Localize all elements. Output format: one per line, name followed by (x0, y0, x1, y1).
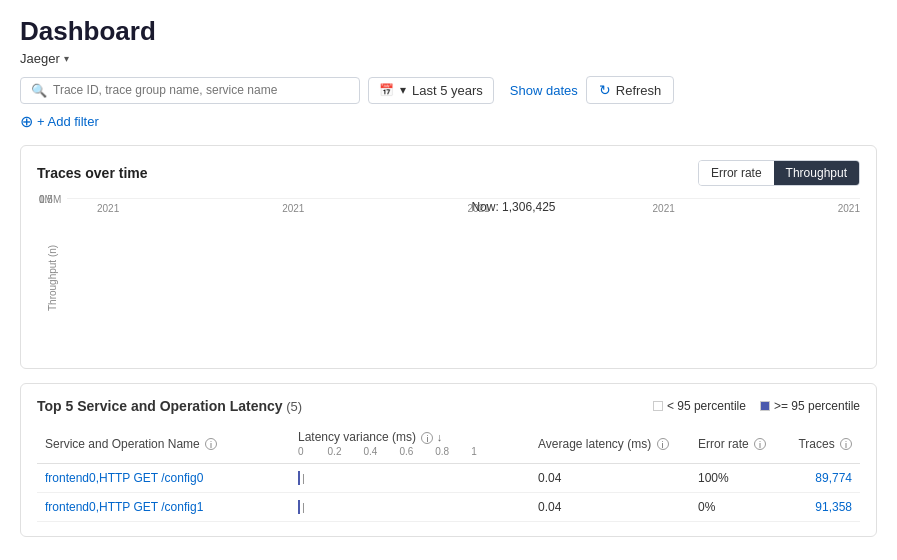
info-icon: i (205, 438, 217, 450)
cell-error-rate-0: 100% (690, 464, 780, 493)
service-operation-link-0[interactable]: frontend0,HTTP GET /config0 (45, 471, 203, 485)
add-filter-label: + Add filter (37, 114, 99, 129)
chart-header: Traces over time Error rate Throughput (37, 160, 860, 186)
show-dates-button[interactable]: Show dates (510, 78, 578, 103)
table-count: (5) (286, 399, 302, 414)
col-header-avg-latency: Average latency (ms) i (530, 424, 690, 464)
chart-area: Throughput (n) 1M 0.5M 0 (37, 198, 860, 358)
refresh-icon: ↻ (599, 82, 611, 98)
toolbar: 🔍 📅 ▾ Last 5 years Show dates ↻ Refresh (20, 76, 877, 104)
cell-traces-1: 91,358 (780, 493, 860, 522)
legend: < 95 percentile >= 95 percentile (653, 399, 860, 413)
refresh-label: Refresh (616, 83, 662, 98)
cell-name-0: frontend0,HTTP GET /config0 (37, 464, 290, 493)
legend-square-filled (760, 401, 770, 411)
legend-label-under-p95: < 95 percentile (667, 399, 746, 413)
table-header-row: Top 5 Service and Operation Latency (5) … (37, 398, 860, 414)
col-header-traces: Traces i (780, 424, 860, 464)
x-label-2: 2021 (282, 203, 304, 214)
cell-avg-latency-0: 0.04 (530, 464, 690, 493)
cell-latency-bar-0: | (290, 464, 530, 493)
add-filter-row[interactable]: ⊕ + Add filter (20, 112, 877, 131)
cell-name-1: frontend0,HTTP GET /config1 (37, 493, 290, 522)
error-rate-toggle[interactable]: Error rate (699, 161, 774, 185)
cell-avg-latency-1: 0.04 (530, 493, 690, 522)
sort-icon[interactable]: ↓ (437, 431, 443, 443)
table-row: frontend0,HTTP GET /config0 | 0.04 100% … (37, 464, 860, 493)
table-row: frontend0,HTTP GET /config1 | 0.04 0% 91… (37, 493, 860, 522)
throughput-toggle[interactable]: Throughput (774, 161, 859, 185)
latency-bar-1 (298, 500, 300, 514)
grid-line-bottom: 0 (67, 198, 860, 199)
service-operation-link-1[interactable]: frontend0,HTTP GET /config1 (45, 500, 203, 514)
x-label-4: 2021 (653, 203, 675, 214)
plus-icon: ⊕ (20, 112, 33, 131)
dashboard-page: Dashboard Jaeger ▾ 🔍 📅 ▾ Last 5 years Sh… (0, 0, 897, 560)
legend-item-p95-over: >= 95 percentile (760, 399, 860, 413)
calendar-icon: 📅 (379, 83, 394, 97)
date-range-text: Last 5 years (412, 83, 483, 98)
table-title: Top 5 Service and Operation Latency (37, 398, 283, 414)
bar-container-0: | (298, 471, 522, 485)
table-section: Top 5 Service and Operation Latency (5) … (20, 383, 877, 537)
traces-link-0[interactable]: 89,774 (815, 471, 852, 485)
cell-traces-0: 89,774 (780, 464, 860, 493)
x-label-1: 2021 (97, 203, 119, 214)
info-icon-traces: i (840, 438, 852, 450)
info-icon-avg: i (657, 438, 669, 450)
cell-latency-bar-1: | (290, 493, 530, 522)
chevron-down-icon: ▾ (400, 83, 406, 97)
y-label-0: 0 (39, 194, 45, 205)
chart-title: Traces over time (37, 165, 148, 181)
table-title-area: Top 5 Service and Operation Latency (5) (37, 398, 302, 414)
tooltip-box: Now: 1,306,425 (471, 200, 555, 214)
legend-square-outline (653, 401, 663, 411)
refresh-button[interactable]: ↻ Refresh (586, 76, 675, 104)
date-range-selector[interactable]: 📅 ▾ Last 5 years (368, 77, 494, 104)
info-icon-error: i (754, 438, 766, 450)
search-input[interactable] (53, 83, 349, 97)
service-selector[interactable]: Jaeger ▾ (20, 51, 877, 66)
latency-table: Service and Operation Name i Latency var… (37, 424, 860, 522)
search-icon: 🔍 (31, 83, 47, 98)
legend-item-p95-under: < 95 percentile (653, 399, 746, 413)
traces-link-1[interactable]: 91,358 (815, 500, 852, 514)
service-name: Jaeger (20, 51, 60, 66)
chevron-down-icon: ▾ (64, 53, 69, 64)
col-header-latency: Latency variance (ms) i ↓ 0 0.2 0.4 0.6 … (290, 424, 530, 464)
chart-content: 1M 0.5M 0 Now: 1,3 (67, 198, 860, 199)
chart-toggle: Error rate Throughput (698, 160, 860, 186)
x-axis: 2021 2021 2021 2021 2021 (67, 199, 860, 214)
x-label-5: 2021 (838, 203, 860, 214)
cell-error-rate-1: 0% (690, 493, 780, 522)
chart-section: Traces over time Error rate Throughput T… (20, 145, 877, 369)
info-icon-latency: i (421, 432, 433, 444)
tooltip-text: Now: 1,306,425 (471, 200, 555, 214)
page-title: Dashboard (20, 16, 877, 47)
col-header-error-rate: Error rate i (690, 424, 780, 464)
legend-label-over-p95: >= 95 percentile (774, 399, 860, 413)
table-column-headers: Service and Operation Name i Latency var… (37, 424, 860, 464)
col-header-name: Service and Operation Name i (37, 424, 290, 464)
y-axis-label: Throughput (n) (37, 198, 67, 358)
bar-container-1: | (298, 500, 522, 514)
search-box[interactable]: 🔍 (20, 77, 360, 104)
latency-bar-0 (298, 471, 300, 485)
